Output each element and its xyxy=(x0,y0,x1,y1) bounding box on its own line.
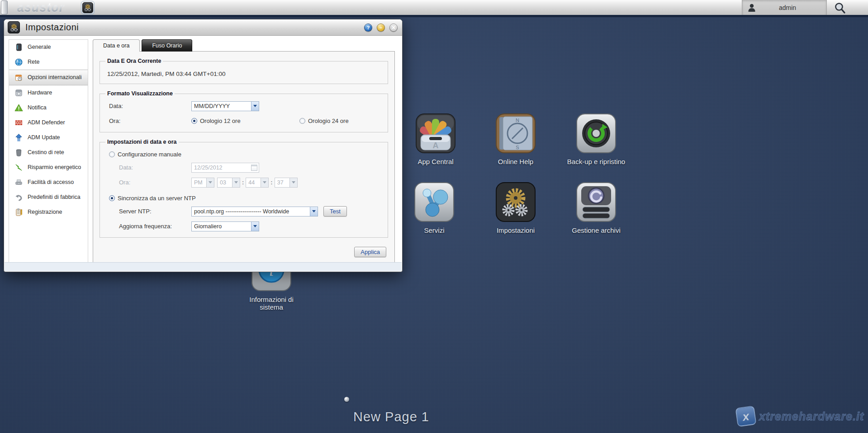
datetime-settings-fieldset: Impostazioni di data e ora Configurazion… xyxy=(100,139,388,238)
radio-ntp-sync[interactable] xyxy=(109,195,115,201)
sidebar-item-label: Registrazione xyxy=(28,209,62,216)
close-button[interactable]: ✕ xyxy=(389,24,398,32)
apply-button[interactable]: Applica xyxy=(354,247,386,257)
window-footer xyxy=(5,262,402,271)
radio-12h[interactable] xyxy=(191,118,197,124)
datetime-panel: Data E Ora Corrente 12/25/2012, Martedì,… xyxy=(93,51,395,263)
manual-date-input: 12/25/2012 xyxy=(191,163,259,173)
radio-manual-config[interactable] xyxy=(109,151,115,157)
clipboard-icon xyxy=(14,208,23,216)
desktop-icon-impostazioni[interactable]: Impostazioni xyxy=(495,182,536,234)
desktop-icon-label: Back-up e ripristino xyxy=(562,158,630,165)
window-app-icon xyxy=(8,21,20,33)
current-datetime-value: 12/25/2012, Martedì, PM 03:44 GMT+01:00 xyxy=(104,67,384,79)
minimize-button[interactable]: – xyxy=(377,24,385,32)
tab-fuso-orario[interactable]: Fuso Orario xyxy=(142,39,192,52)
sidebar-item-registrazione[interactable]: Registrazione xyxy=(9,205,88,220)
sidebar-item-label: Facilità di accesso xyxy=(28,179,74,186)
warning-icon xyxy=(14,104,23,112)
sidebar-item-label: Rete xyxy=(28,59,39,66)
hour-select: 03 xyxy=(217,178,240,188)
sidebar-item-adm-update[interactable]: ADM Update xyxy=(9,130,88,145)
backup-restore-icon xyxy=(576,113,617,154)
sidebar-item-notifica[interactable]: Notifica xyxy=(9,100,88,115)
ntp-server-select[interactable]: pool.ntp.org ------------------- Worldwi… xyxy=(191,207,318,216)
sidebar-item-opzioni-internazionali[interactable]: Opzioni internazionali xyxy=(9,70,88,85)
radio-ntp-sync-label[interactable]: Sincronizza da un server NTP xyxy=(118,195,196,202)
desktop-icon-label: Servizi xyxy=(400,226,468,234)
settings-sidebar: Generale Rete Opzioni internazionali xyxy=(9,39,88,264)
desktop-icon-app-central[interactable]: A App Central xyxy=(415,113,456,165)
chevron-down-icon[interactable] xyxy=(251,102,259,111)
desktop-icon-servizi[interactable]: Servizi xyxy=(414,182,455,234)
chevron-down-icon xyxy=(206,178,214,187)
sidebar-item-cestino-di-rete[interactable]: Cestino di rete xyxy=(9,145,88,160)
date-format-label: Data: xyxy=(109,103,191,109)
update-arrow-icon xyxy=(14,133,23,142)
device-access-icon xyxy=(14,178,23,187)
svg-text:N: N xyxy=(516,118,519,123)
sidebar-item-predefiniti-di-fabbrica[interactable]: Predefiniti di fabbrica xyxy=(9,190,88,205)
top-bar: asustor admin xyxy=(0,0,868,17)
sidebar-item-adm-defender[interactable]: ADM Defender xyxy=(9,115,88,130)
search-icon xyxy=(834,2,846,14)
impostazioni-window: Impostazioni ? – ✕ Generale Rete xyxy=(4,19,403,272)
ampm-select: PM xyxy=(191,178,214,188)
page-indicator-dot[interactable] xyxy=(344,397,349,402)
ntp-server-label: Server NTP: xyxy=(119,208,191,215)
radio-24h-label[interactable]: Orologio 24 ore xyxy=(308,118,349,124)
user-menu[interactable]: admin xyxy=(742,0,827,15)
radio-24h[interactable] xyxy=(299,118,305,124)
radio-manual-config-label[interactable]: Configurazione manuale xyxy=(118,151,181,158)
harddrive-icon xyxy=(14,89,23,97)
desktop-icon-backup[interactable]: Back-up e ripristino xyxy=(576,113,617,165)
chevron-down-icon xyxy=(289,178,297,187)
update-frequency-label: Aggiorna frequenza: xyxy=(119,223,191,230)
sidebar-item-facilita-di-accesso[interactable]: Facilità di accesso xyxy=(9,175,88,190)
fieldset-legend: Data E Ora Corrente xyxy=(105,58,163,64)
calendar-clock-icon xyxy=(14,73,23,82)
page-title: New Page 1 xyxy=(0,409,783,424)
update-frequency-select[interactable]: Giornaliero xyxy=(191,221,259,231)
window-titlebar[interactable]: Impostazioni ? – ✕ xyxy=(4,19,402,36)
time-separator: : xyxy=(269,179,274,186)
username-label: admin xyxy=(757,4,826,11)
radio-12h-label[interactable]: Orologio 12 ore xyxy=(200,118,299,124)
test-button[interactable]: Test xyxy=(323,206,347,216)
tab-data-e-ora[interactable]: Data e ora xyxy=(93,39,140,52)
sidebar-item-rete[interactable]: Rete xyxy=(9,55,88,70)
watermark-x-logo: x xyxy=(735,405,756,427)
settings-gears-icon xyxy=(495,182,536,222)
sidebar-item-label: Predefiniti di fabbrica xyxy=(28,194,81,201)
user-icon xyxy=(747,3,757,13)
sidebar-item-generale[interactable]: Generale xyxy=(9,40,88,55)
trash-icon xyxy=(14,148,23,157)
calendar-icon xyxy=(251,165,257,171)
undo-arrow-icon xyxy=(14,193,23,202)
panel-handle[interactable] xyxy=(1,0,8,14)
date-format-select[interactable]: MM/DD/YYYY xyxy=(191,101,259,111)
storage-manager-icon xyxy=(576,182,617,222)
sidebar-item-label: Risparmio energetico xyxy=(28,164,81,171)
help-button[interactable]: ? xyxy=(364,24,372,32)
minute-select: 44 xyxy=(246,178,269,188)
display-format-fieldset: Formato Visualizzazione Data: MM/DD/YYYY… xyxy=(100,90,388,132)
svg-text:A: A xyxy=(433,141,439,150)
gears-icon xyxy=(9,23,19,33)
ntp-server-value: pool.ntp.org ------------------- Worldwi… xyxy=(192,208,310,215)
sidebar-item-label: Cestino di rete xyxy=(28,149,64,156)
sidebar-item-hardware[interactable]: Hardware xyxy=(9,85,88,100)
firewall-icon xyxy=(14,118,23,127)
sidebar-item-risparmio-energetico[interactable]: Risparmio energetico xyxy=(9,160,88,175)
gears-icon xyxy=(83,3,92,12)
chevron-down-icon[interactable] xyxy=(310,207,318,216)
chevron-down-icon xyxy=(232,178,240,187)
search-button[interactable] xyxy=(831,0,849,16)
desktop-icon-online-help[interactable]: N S Online Help xyxy=(495,113,536,165)
taskbar-item-impostazioni[interactable] xyxy=(81,1,95,14)
chevron-down-icon[interactable] xyxy=(251,222,259,231)
desktop-icon-gestione-archivi[interactable]: Gestione archivi xyxy=(576,182,617,234)
fieldset-legend: Formato Visualizzazione xyxy=(105,90,175,97)
svg-text:S: S xyxy=(516,145,519,150)
manual-time-label: Ora: xyxy=(119,179,191,186)
